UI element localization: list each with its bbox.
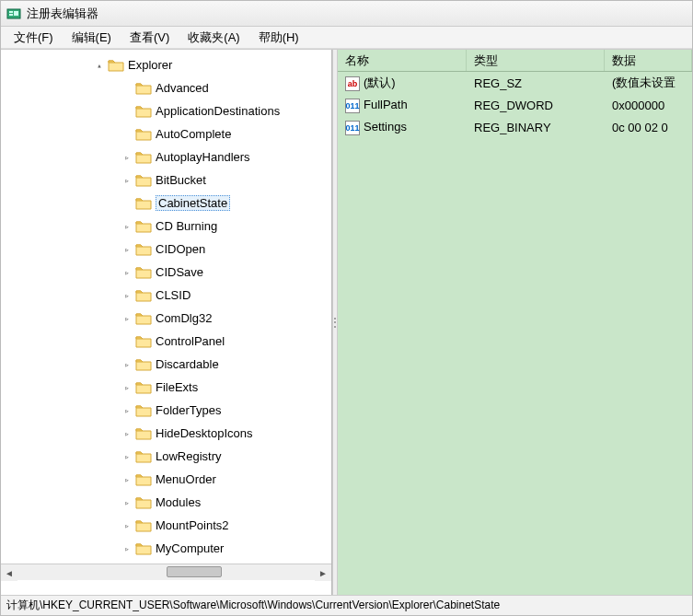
folder-icon (135, 242, 152, 257)
tree-node-label: FileExts (156, 380, 203, 394)
tree-node[interactable]: ▹CD Burning (1, 215, 331, 238)
expand-collapse-icon[interactable]: ▹ (121, 245, 133, 254)
tree-node-label: ComDlg32 (156, 311, 217, 325)
expand-collapse-icon[interactable]: ▹ (121, 429, 133, 438)
cell-name: ab(默认) (338, 75, 467, 91)
tree-node[interactable]: AutoComplete (1, 122, 331, 145)
expand-collapse-icon[interactable]: ▹ (121, 153, 133, 162)
tree-node[interactable]: ▹ComDlg32 (1, 307, 331, 330)
folder-icon (135, 380, 152, 395)
tree-node[interactable]: ▹AutoplayHandlers (1, 145, 331, 169)
tree-node-label: Explorer (128, 58, 178, 72)
tree-node-label: ApplicationDestinations (156, 104, 285, 118)
tree-node[interactable]: ▹FileExts (1, 376, 331, 399)
tree-node[interactable]: ▹CLSID (1, 284, 331, 307)
folder-icon (135, 150, 152, 165)
folder-icon (108, 58, 124, 73)
expand-collapse-icon[interactable]: ▹ (121, 222, 133, 231)
list-row[interactable]: 011FullPathREG_DWORD0x000000 (338, 94, 692, 116)
tree-node[interactable]: ▹MyComputer (1, 537, 331, 560)
tree-node-label: CLSID (156, 288, 196, 302)
tree-node[interactable]: ApplicationDestinations (1, 99, 331, 122)
folder-icon (135, 81, 152, 96)
tree-node[interactable]: CabinetState (1, 192, 331, 215)
folder-icon (135, 541, 152, 556)
tree-node-label: MyComputer (156, 541, 229, 555)
tree-node-label: ControlPanel (156, 334, 230, 348)
value-type-icon: ab (345, 76, 360, 91)
folder-icon (135, 495, 152, 510)
tree-node[interactable]: ControlPanel (1, 330, 331, 353)
menu-file[interactable]: 文件(F) (6, 28, 61, 48)
cell-name: 011FullPath (338, 98, 467, 113)
tree-hscroll[interactable]: ◄ ► (1, 564, 331, 580)
tree-node-label: CD Burning (156, 219, 223, 233)
tree-node[interactable]: ▹CIDOpen (1, 238, 331, 261)
expand-collapse-icon[interactable]: ▹ (121, 314, 133, 323)
expand-collapse-icon[interactable]: ▴ (93, 61, 106, 70)
folder-icon (135, 288, 152, 303)
tree-node[interactable]: ▹FolderTypes (1, 399, 331, 422)
tree-node[interactable]: ▹CIDSave (1, 261, 331, 284)
expand-collapse-icon[interactable]: ▹ (121, 452, 133, 461)
expand-collapse-icon[interactable]: ▹ (121, 360, 133, 369)
tree-node-label: FolderTypes (156, 403, 227, 417)
value-name: Settings (364, 120, 407, 134)
tree-node[interactable]: ▹MountPoints2 (1, 514, 331, 537)
menu-view[interactable]: 查看(V) (122, 28, 177, 48)
scroll-thumb[interactable] (167, 566, 222, 577)
menu-favorites[interactable]: 收藏夹(A) (180, 28, 247, 48)
folder-icon (135, 426, 152, 441)
tree-node-label: Modules (156, 495, 206, 509)
header-type[interactable]: 类型 (467, 50, 605, 71)
cell-name: 011Settings (338, 120, 467, 135)
tree-node-label: BitBucket (156, 173, 212, 187)
folder-icon (135, 472, 152, 487)
folder-icon (135, 104, 152, 119)
value-pane[interactable]: 名称 类型 数据 ab(默认)REG_SZ(数值未设置011FullPathRE… (338, 50, 692, 595)
tree-node[interactable]: ▹LowRegistry (1, 445, 331, 468)
cell-data: (数值未设置 (605, 75, 692, 91)
svg-rect-3 (14, 11, 18, 16)
list-row[interactable]: ab(默认)REG_SZ(数值未设置 (338, 72, 692, 94)
header-name[interactable]: 名称 (338, 50, 467, 71)
tree-node-label: CIDSave (156, 265, 209, 279)
tree-node[interactable]: ▹Modules (1, 491, 331, 514)
tree-node[interactable]: Advanced (1, 76, 331, 99)
expand-collapse-icon[interactable]: ▹ (121, 475, 133, 484)
tree-node[interactable]: ▹BitBucket (1, 169, 331, 192)
tree-node-root[interactable]: ▴Explorer (1, 53, 331, 76)
expand-collapse-icon[interactable]: ▹ (121, 498, 133, 507)
scroll-left-icon[interactable]: ◄ (1, 564, 17, 581)
menu-help[interactable]: 帮助(H) (251, 28, 306, 48)
scroll-right-icon[interactable]: ► (315, 564, 331, 581)
expand-collapse-icon[interactable]: ▹ (121, 521, 133, 530)
svg-rect-1 (9, 11, 13, 13)
expand-collapse-icon[interactable]: ▹ (121, 176, 133, 185)
window-title: 注册表编辑器 (27, 6, 98, 22)
cell-type: REG_BINARY (467, 121, 605, 134)
list-row[interactable]: 011SettingsREG_BINARY0c 00 02 0 (338, 116, 692, 138)
status-path: 计算机\HKEY_CURRENT_USER\Software\Microsoft… (6, 598, 500, 613)
svg-rect-2 (9, 14, 13, 16)
tree-node[interactable]: ▹MenuOrder (1, 468, 331, 491)
expand-collapse-icon[interactable]: ▹ (121, 291, 133, 300)
tree-node-label: MenuOrder (156, 472, 222, 486)
folder-icon (135, 173, 152, 188)
header-data[interactable]: 数据 (605, 50, 692, 71)
folder-icon (135, 449, 152, 464)
expand-collapse-icon[interactable]: ▹ (121, 268, 133, 277)
tree-pane[interactable]: ▴ExplorerAdvancedApplicationDestinations… (1, 50, 332, 595)
menu-edit[interactable]: 编辑(E) (64, 28, 119, 48)
cell-data: 0x000000 (605, 99, 692, 112)
folder-icon (135, 265, 152, 280)
expand-collapse-icon[interactable]: ▹ (121, 406, 133, 415)
folder-icon (135, 403, 152, 418)
tree-node[interactable]: ▹HideDesktopIcons (1, 422, 331, 445)
expand-collapse-icon[interactable]: ▹ (121, 544, 133, 553)
tree-node-label: AutoplayHandlers (156, 150, 256, 164)
folder-icon (135, 196, 152, 211)
tree-node[interactable]: ▹Discardable (1, 353, 331, 376)
value-type-icon: 011 (345, 99, 360, 113)
expand-collapse-icon[interactable]: ▹ (121, 383, 133, 392)
